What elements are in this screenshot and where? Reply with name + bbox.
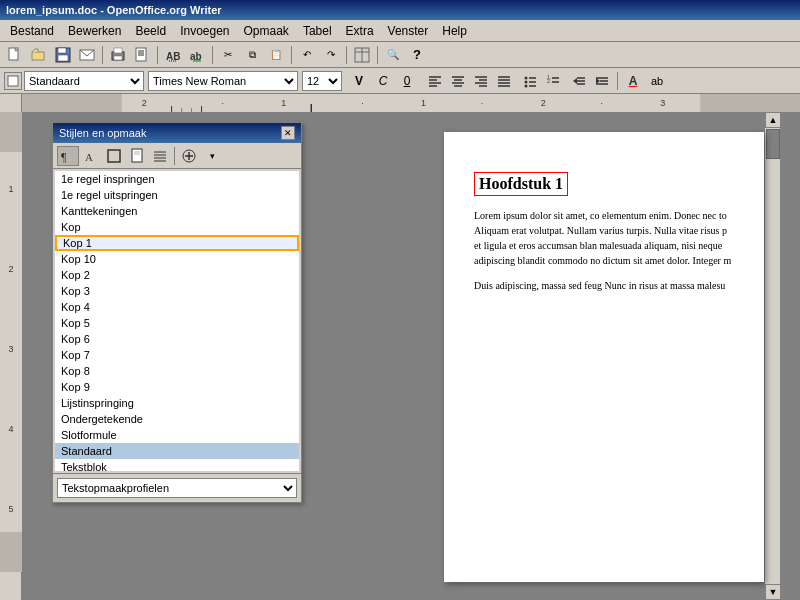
copy-button[interactable]: ⧉ [241, 45, 263, 65]
style-item-5[interactable]: Kop 10 [55, 251, 299, 267]
spellcheck-button[interactable]: AB [162, 45, 184, 65]
redo-button[interactable]: ↷ [320, 45, 342, 65]
paragraph-1: Lorem ipsum dolor sit amet, co elementum… [474, 208, 734, 268]
svg-point-38 [525, 80, 528, 83]
italic-button[interactable]: C [372, 71, 394, 91]
svg-rect-5 [58, 55, 68, 61]
style-item-10[interactable]: Kop 6 [55, 331, 299, 347]
scroll-up-button[interactable]: ▲ [765, 112, 781, 128]
align-center-button[interactable] [447, 71, 469, 91]
style-item-9[interactable]: Kop 5 [55, 315, 299, 331]
style-item-3[interactable]: Kop [55, 219, 299, 235]
styles-btn-paragraph[interactable]: ¶ [57, 146, 79, 166]
font-dropdown[interactable]: Times New Roman [148, 71, 298, 91]
menu-bestand[interactable]: Bestand [4, 22, 60, 40]
paste-button[interactable]: 📋 [265, 45, 287, 65]
insert-table-button[interactable] [351, 45, 373, 65]
preview-button[interactable] [131, 45, 153, 65]
size-dropdown[interactable]: 12 [302, 71, 342, 91]
style-dropdown[interactable]: Standaard [24, 71, 144, 91]
svg-text:2: 2 [142, 97, 147, 107]
styles-btn-new[interactable] [178, 146, 200, 166]
style-item-11[interactable]: Kop 7 [55, 347, 299, 363]
save-button[interactable] [52, 45, 74, 65]
styles-btn-character[interactable]: A [80, 146, 102, 166]
style-item-4[interactable]: Kop 1 [55, 235, 299, 251]
font-color-button[interactable]: A [622, 71, 644, 91]
paragraph-2: Duis adipiscing, massa sed feug Nunc in … [474, 278, 734, 293]
help-button[interactable]: ? [406, 45, 428, 65]
menu-opmaak[interactable]: Opmaak [238, 22, 295, 40]
menu-venster[interactable]: Venster [382, 22, 435, 40]
style-item-0[interactable]: 1e regel inspringen [55, 171, 299, 187]
footer-dropdown[interactable]: Tekstopmaakprofielen [57, 478, 297, 498]
vertical-scrollbar[interactable]: ▲ ▼ [764, 112, 780, 600]
styles-btn-list[interactable] [149, 146, 171, 166]
underline-button[interactable]: 0 [396, 71, 418, 91]
styles-btn-more[interactable]: ▾ [201, 146, 223, 166]
undo-button[interactable]: ↶ [296, 45, 318, 65]
separator-1 [102, 46, 103, 64]
svg-rect-73 [0, 112, 22, 572]
menu-bewerken[interactable]: Bewerken [62, 22, 127, 40]
menu-extra[interactable]: Extra [340, 22, 380, 40]
style-item-7[interactable]: Kop 3 [55, 283, 299, 299]
style-item-16[interactable]: Slotformule [55, 427, 299, 443]
menu-beeld[interactable]: Beeld [129, 22, 172, 40]
style-item-12[interactable]: Kop 8 [55, 363, 299, 379]
scroll-thumb[interactable] [766, 129, 780, 159]
svg-rect-74 [0, 112, 22, 152]
highlight-button[interactable]: ab [646, 71, 668, 91]
style-dropdown-wrapper: Standaard [24, 71, 144, 91]
svg-rect-8 [114, 48, 122, 53]
svg-rect-83 [108, 150, 120, 162]
list-ordered-button[interactable]: 1.2. [542, 71, 564, 91]
svg-rect-71 [22, 94, 122, 112]
svg-marker-50 [596, 78, 600, 84]
style-item-14[interactable]: Lijstinspringing [55, 395, 299, 411]
align-right-button[interactable] [470, 71, 492, 91]
style-item-17[interactable]: Standaard [55, 443, 299, 459]
styles-panel-close-button[interactable]: ✕ [281, 126, 295, 140]
outdent-button[interactable] [568, 71, 590, 91]
justify-button[interactable] [493, 71, 515, 91]
styles-btn-frame[interactable] [103, 146, 125, 166]
vertical-ruler: 1 2 3 4 5 [0, 112, 22, 600]
style-item-18[interactable]: Tekstblok [55, 459, 299, 471]
size-dropdown-wrapper: 12 [302, 71, 342, 91]
menu-tabel[interactable]: Tabel [297, 22, 338, 40]
separator-4 [291, 46, 292, 64]
email-button[interactable] [76, 45, 98, 65]
style-item-2[interactable]: Kanttekeningen [55, 203, 299, 219]
fmt-separator [617, 72, 618, 90]
autocorrect-button[interactable]: ab [186, 45, 208, 65]
zoom-button[interactable]: 🔍 [382, 45, 404, 65]
text-format-buttons: V C 0 [348, 71, 418, 91]
list-unordered-button[interactable] [519, 71, 541, 91]
style-item-8[interactable]: Kop 4 [55, 299, 299, 315]
style-item-6[interactable]: Kop 2 [55, 267, 299, 283]
content-area: Stijlen en opmaak ✕ ¶ A [22, 112, 800, 600]
align-left-button[interactable] [424, 71, 446, 91]
style-item-13[interactable]: Kop 9 [55, 379, 299, 395]
styles-btn-page[interactable] [126, 146, 148, 166]
print-button[interactable] [107, 45, 129, 65]
cut-button[interactable]: ✂ [217, 45, 239, 65]
new-button[interactable] [4, 45, 26, 65]
svg-marker-46 [573, 78, 577, 84]
styles-list[interactable]: 1e regel inspringen 1e regel uitspringen… [55, 171, 299, 471]
indent-button[interactable] [591, 71, 613, 91]
bold-button[interactable]: V [348, 71, 370, 91]
scroll-down-button[interactable]: ▼ [765, 584, 781, 600]
svg-text:2: 2 [541, 97, 546, 107]
svg-rect-72 [700, 94, 800, 112]
svg-rect-54 [22, 94, 800, 112]
svg-text:1: 1 [281, 97, 286, 107]
style-item-1[interactable]: 1e regel uitspringen [55, 187, 299, 203]
svg-rect-84 [132, 149, 142, 162]
menu-help[interactable]: Help [436, 22, 473, 40]
styles-panel-title: Stijlen en opmaak [59, 127, 146, 139]
menu-invoegen[interactable]: Invoegen [174, 22, 235, 40]
open-button[interactable] [28, 45, 50, 65]
style-item-15[interactable]: Ondergetekende [55, 411, 299, 427]
